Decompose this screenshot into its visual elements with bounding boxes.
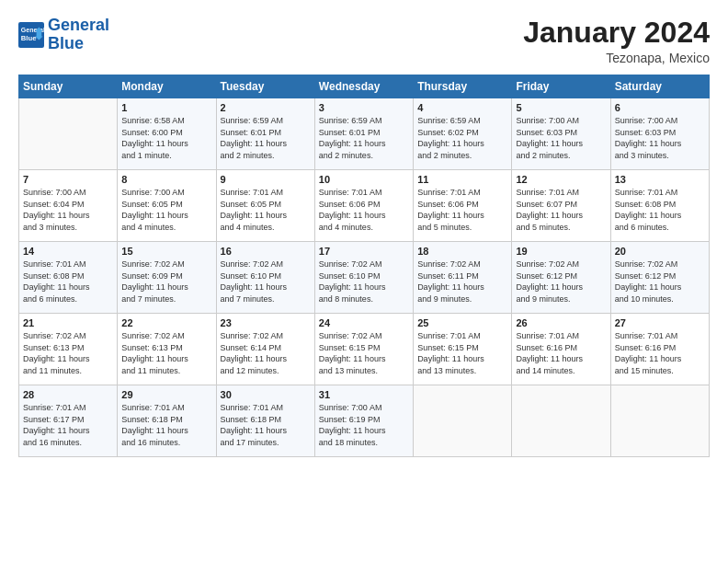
day-number: 16 — [221, 246, 311, 257]
calendar-week-row: 21Sunrise: 7:02 AM Sunset: 6:13 PM Dayli… — [19, 314, 710, 385]
day-number: 28 — [23, 389, 113, 400]
calendar-cell: 10Sunrise: 7:01 AM Sunset: 6:06 PM Dayli… — [314, 170, 413, 242]
day-info: Sunrise: 7:01 AM Sunset: 6:18 PM Dayligh… — [121, 402, 211, 448]
day-info: Sunrise: 7:01 AM Sunset: 6:15 PM Dayligh… — [417, 330, 507, 376]
day-info: Sunrise: 7:02 AM Sunset: 6:13 PM Dayligh… — [23, 330, 113, 376]
calendar-cell: 19Sunrise: 7:02 AM Sunset: 6:12 PM Dayli… — [512, 242, 610, 314]
calendar-cell: 30Sunrise: 7:01 AM Sunset: 6:18 PM Dayli… — [216, 385, 314, 457]
day-number: 6 — [615, 102, 705, 113]
month-title: January 2024 — [523, 17, 710, 49]
calendar-cell: 17Sunrise: 7:02 AM Sunset: 6:10 PM Dayli… — [314, 242, 413, 314]
calendar-cell: 11Sunrise: 7:01 AM Sunset: 6:06 PM Dayli… — [414, 170, 512, 242]
day-number: 21 — [23, 317, 113, 328]
day-info: Sunrise: 7:02 AM Sunset: 6:13 PM Dayligh… — [121, 330, 211, 376]
day-number: 27 — [615, 317, 705, 328]
day-number: 24 — [319, 317, 409, 328]
day-info: Sunrise: 7:02 AM Sunset: 6:09 PM Dayligh… — [121, 259, 211, 304]
day-number: 1 — [121, 102, 211, 113]
day-number: 25 — [417, 317, 507, 328]
day-info: Sunrise: 7:02 AM Sunset: 6:10 PM Dayligh… — [319, 259, 409, 304]
location-subtitle: Tezonapa, Mexico — [523, 51, 710, 65]
day-info: Sunrise: 7:02 AM Sunset: 6:11 PM Dayligh… — [417, 259, 507, 304]
calendar-week-row: 7Sunrise: 7:00 AM Sunset: 6:04 PM Daylig… — [19, 170, 710, 242]
calendar-cell: 1Sunrise: 6:58 AM Sunset: 6:00 PM Daylig… — [118, 98, 216, 170]
day-number: 14 — [23, 246, 113, 257]
day-info: Sunrise: 6:59 AM Sunset: 6:01 PM Dayligh… — [319, 115, 409, 161]
day-number: 18 — [417, 246, 507, 257]
day-info: Sunrise: 7:01 AM Sunset: 6:06 PM Dayligh… — [417, 187, 507, 233]
day-number: 17 — [319, 246, 409, 257]
day-info: Sunrise: 7:02 AM Sunset: 6:15 PM Dayligh… — [319, 330, 409, 376]
calendar-cell: 22Sunrise: 7:02 AM Sunset: 6:13 PM Dayli… — [118, 314, 216, 385]
day-info: Sunrise: 7:01 AM Sunset: 6:08 PM Dayligh… — [615, 187, 705, 233]
calendar-cell: 13Sunrise: 7:01 AM Sunset: 6:08 PM Dayli… — [610, 170, 709, 242]
calendar-cell: 29Sunrise: 7:01 AM Sunset: 6:18 PM Dayli… — [118, 385, 216, 457]
day-info: Sunrise: 7:00 AM Sunset: 6:03 PM Dayligh… — [615, 115, 705, 161]
calendar-cell: 7Sunrise: 7:00 AM Sunset: 6:04 PM Daylig… — [19, 170, 118, 242]
logo-text: General Blue — [48, 17, 109, 53]
day-number: 4 — [417, 102, 507, 113]
logo: General Blue General Blue — [18, 17, 109, 53]
calendar-cell — [610, 385, 709, 457]
page-container: General Blue General Blue January 2024 T… — [0, 0, 728, 468]
calendar-week-row: 1Sunrise: 6:58 AM Sunset: 6:00 PM Daylig… — [19, 98, 710, 170]
day-info: Sunrise: 7:01 AM Sunset: 6:06 PM Dayligh… — [319, 187, 409, 233]
calendar-cell: 25Sunrise: 7:01 AM Sunset: 6:15 PM Dayli… — [414, 314, 512, 385]
calendar-cell: 8Sunrise: 7:00 AM Sunset: 6:05 PM Daylig… — [118, 170, 216, 242]
day-number: 8 — [121, 174, 211, 185]
day-info: Sunrise: 6:59 AM Sunset: 6:01 PM Dayligh… — [221, 115, 311, 161]
calendar-cell: 5Sunrise: 7:00 AM Sunset: 6:03 PM Daylig… — [512, 98, 610, 170]
day-info: Sunrise: 7:00 AM Sunset: 6:19 PM Dayligh… — [319, 402, 409, 448]
day-number: 12 — [516, 174, 606, 185]
calendar-cell: 21Sunrise: 7:02 AM Sunset: 6:13 PM Dayli… — [19, 314, 118, 385]
day-info: Sunrise: 7:00 AM Sunset: 6:05 PM Dayligh… — [121, 187, 211, 233]
calendar-cell: 9Sunrise: 7:01 AM Sunset: 6:05 PM Daylig… — [216, 170, 314, 242]
day-info: Sunrise: 7:01 AM Sunset: 6:16 PM Dayligh… — [615, 330, 705, 376]
day-number: 30 — [221, 389, 311, 400]
day-info: Sunrise: 7:01 AM Sunset: 6:05 PM Dayligh… — [221, 187, 311, 233]
calendar-cell — [512, 385, 610, 457]
day-number: 9 — [221, 174, 311, 185]
calendar-cell: 24Sunrise: 7:02 AM Sunset: 6:15 PM Dayli… — [314, 314, 413, 385]
day-number: 20 — [615, 246, 705, 257]
day-info: Sunrise: 7:00 AM Sunset: 6:03 PM Dayligh… — [516, 115, 606, 161]
calendar-week-row: 28Sunrise: 7:01 AM Sunset: 6:17 PM Dayli… — [19, 385, 710, 457]
calendar-week-row: 14Sunrise: 7:01 AM Sunset: 6:08 PM Dayli… — [19, 242, 710, 314]
header-tuesday: Tuesday — [216, 75, 314, 98]
day-number: 10 — [319, 174, 409, 185]
day-info: Sunrise: 7:02 AM Sunset: 6:10 PM Dayligh… — [221, 259, 311, 304]
day-info: Sunrise: 6:59 AM Sunset: 6:02 PM Dayligh… — [417, 115, 507, 161]
calendar-cell: 6Sunrise: 7:00 AM Sunset: 6:03 PM Daylig… — [610, 98, 709, 170]
day-number: 23 — [221, 317, 311, 328]
day-number: 3 — [319, 102, 409, 113]
weekday-header-row: Sunday Monday Tuesday Wednesday Thursday… — [19, 75, 710, 98]
header-saturday: Saturday — [610, 75, 709, 98]
day-info: Sunrise: 7:02 AM Sunset: 6:12 PM Dayligh… — [615, 259, 705, 304]
day-number: 29 — [121, 389, 211, 400]
day-info: Sunrise: 7:02 AM Sunset: 6:12 PM Dayligh… — [516, 259, 606, 304]
day-number: 13 — [615, 174, 705, 185]
calendar-cell: 20Sunrise: 7:02 AM Sunset: 6:12 PM Dayli… — [610, 242, 709, 314]
calendar-cell: 3Sunrise: 6:59 AM Sunset: 6:01 PM Daylig… — [314, 98, 413, 170]
calendar-table: Sunday Monday Tuesday Wednesday Thursday… — [18, 75, 710, 457]
day-number: 2 — [221, 102, 311, 113]
day-number: 31 — [319, 389, 409, 400]
header: General Blue General Blue January 2024 T… — [18, 17, 710, 65]
day-number: 7 — [23, 174, 113, 185]
header-wednesday: Wednesday — [314, 75, 413, 98]
calendar-cell: 31Sunrise: 7:00 AM Sunset: 6:19 PM Dayli… — [314, 385, 413, 457]
day-info: Sunrise: 7:01 AM Sunset: 6:17 PM Dayligh… — [23, 402, 113, 448]
calendar-cell — [19, 98, 118, 170]
calendar-cell: 16Sunrise: 7:02 AM Sunset: 6:10 PM Dayli… — [216, 242, 314, 314]
calendar-cell: 27Sunrise: 7:01 AM Sunset: 6:16 PM Dayli… — [610, 314, 709, 385]
calendar-cell: 23Sunrise: 7:02 AM Sunset: 6:14 PM Dayli… — [216, 314, 314, 385]
day-info: Sunrise: 7:01 AM Sunset: 6:07 PM Dayligh… — [516, 187, 606, 233]
calendar-cell: 2Sunrise: 6:59 AM Sunset: 6:01 PM Daylig… — [216, 98, 314, 170]
calendar-cell: 14Sunrise: 7:01 AM Sunset: 6:08 PM Dayli… — [19, 242, 118, 314]
calendar-cell: 12Sunrise: 7:01 AM Sunset: 6:07 PM Dayli… — [512, 170, 610, 242]
calendar-cell: 4Sunrise: 6:59 AM Sunset: 6:02 PM Daylig… — [414, 98, 512, 170]
header-sunday: Sunday — [19, 75, 118, 98]
calendar-cell: 18Sunrise: 7:02 AM Sunset: 6:11 PM Dayli… — [414, 242, 512, 314]
calendar-cell: 15Sunrise: 7:02 AM Sunset: 6:09 PM Dayli… — [118, 242, 216, 314]
day-number: 11 — [417, 174, 507, 185]
